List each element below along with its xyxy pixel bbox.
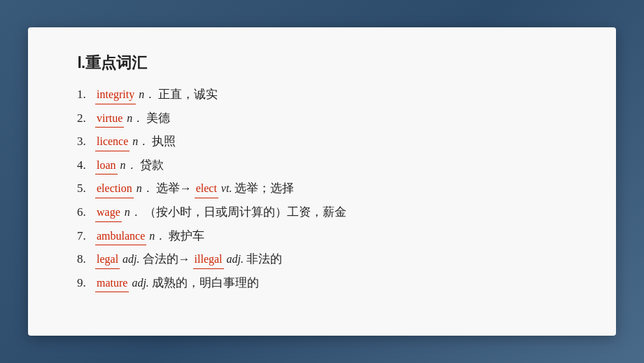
item-num: 4.: [77, 156, 92, 174]
definition2-text: 选举；选择: [234, 179, 294, 198]
pos-text: n．: [149, 227, 166, 245]
list-item: 7. ambulance n． 救护车: [77, 226, 574, 246]
definition-text: 执照: [152, 132, 176, 151]
list-item: 6. wage n． （按小时，日或周计算的）工资，薪金: [77, 203, 574, 222]
definition-text: 美德: [146, 109, 170, 128]
pos2-text: adj.: [227, 250, 244, 268]
pos-text: n．: [132, 132, 149, 151]
word-text: wage: [95, 203, 122, 222]
definition2-text: 非法的: [246, 249, 282, 268]
pos-text: n．: [125, 203, 141, 221]
word2-text: illegal: [193, 250, 224, 269]
list-item: 2. virtue n． 美德: [77, 109, 574, 128]
list-item: 8. legal adj. 合法的→ illegal adj. 非法的: [77, 249, 574, 269]
word-text: election: [95, 179, 134, 198]
section-title: Ⅰ.重点词汇: [77, 53, 574, 74]
definition-text: 合法的→: [143, 249, 190, 268]
word-text: licence: [95, 132, 130, 151]
list-item: 9. mature adj. 成熟的，明白事理的: [77, 273, 574, 293]
word-text: ambulance: [95, 227, 146, 246]
slide-container: Ⅰ.重点词汇 1. integrity n． 正直，诚实 2. virtue n…: [28, 27, 616, 336]
pos-text: n．: [139, 85, 155, 104]
definition-text: 成熟的，明白事理的: [152, 273, 259, 292]
item-num: 5.: [77, 179, 92, 198]
item-num: 8.: [77, 249, 92, 268]
word-text: virtue: [95, 109, 124, 128]
item-num: 7.: [77, 226, 92, 245]
item-num: 1.: [77, 85, 92, 104]
pos-text: n．: [127, 109, 144, 128]
definition-text: 正直，诚实: [158, 85, 218, 104]
pos-text: adj.: [132, 274, 148, 292]
pos-text: adj.: [122, 250, 139, 268]
list-item: 1. integrity n． 正直，诚实: [77, 85, 574, 104]
definition-text: 选举→: [156, 179, 192, 198]
vocab-list: 1. integrity n． 正直，诚实 2. virtue n． 美德 3.…: [77, 85, 574, 292]
word-text: integrity: [95, 85, 136, 104]
item-num: 3.: [77, 132, 92, 151]
pos-text: n．: [136, 179, 153, 198]
word2-text: elect: [195, 179, 218, 198]
definition-text: 贷款: [140, 156, 164, 174]
definition-text: 救护车: [169, 226, 204, 245]
word-text: loan: [95, 156, 118, 175]
item-num: 6.: [77, 203, 92, 221]
item-num: 9.: [77, 273, 92, 292]
word-text: legal: [95, 250, 120, 269]
item-num: 2.: [77, 109, 92, 128]
pos2-text: vt.: [221, 179, 232, 198]
list-item: 3. licence n． 执照: [77, 132, 574, 151]
definition-text: （按小时，日或周计算的）工资，薪金: [144, 203, 346, 221]
list-item: 4. loan n． 贷款: [77, 156, 574, 175]
list-item: 5. election n． 选举→ elect vt. 选举；选择: [77, 179, 574, 198]
pos-text: n．: [120, 156, 137, 174]
word-text: mature: [95, 274, 129, 293]
